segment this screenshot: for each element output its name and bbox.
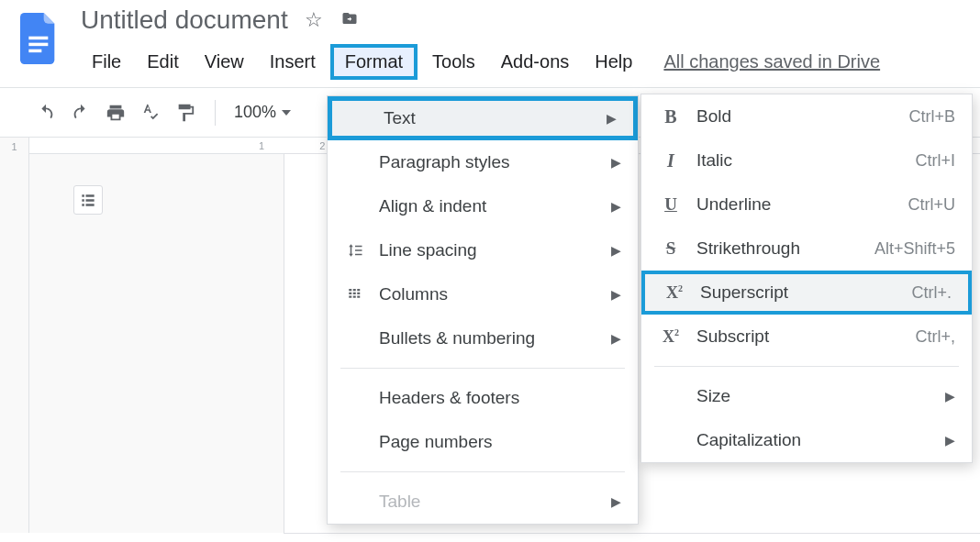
- row-label: Capitalization: [696, 430, 932, 450]
- chevron-right-icon: ▶: [607, 111, 617, 126]
- italic-icon: I: [658, 150, 684, 171]
- row-label: Italic: [696, 150, 902, 171]
- underline-icon: U: [658, 194, 684, 215]
- redo-icon[interactable]: [70, 102, 92, 124]
- shortcut: Alt+Shift+5: [874, 239, 955, 259]
- menu-bar: File Edit View Insert Format Tools Add-o…: [81, 44, 880, 80]
- spellcheck-icon[interactable]: [139, 102, 161, 124]
- zoom-value: 100%: [234, 103, 276, 122]
- format-dropdown: Text ▶ Paragraph styles ▶ Align & indent…: [327, 95, 639, 525]
- chevron-right-icon: ▶: [611, 287, 621, 302]
- menu-insert[interactable]: Insert: [259, 46, 327, 78]
- save-status[interactable]: All changes saved in Drive: [663, 51, 880, 72]
- text-superscript[interactable]: X2 Superscript Ctrl+.: [641, 271, 972, 315]
- print-icon[interactable]: [105, 102, 127, 124]
- shortcut: Ctrl+.: [911, 283, 952, 303]
- row-label: Strikethrough: [696, 238, 862, 259]
- row-label: Columns: [379, 284, 598, 304]
- row-label: Bold: [696, 106, 896, 127]
- strikethrough-icon: S: [658, 238, 684, 259]
- row-label: Size: [696, 386, 932, 406]
- text-italic[interactable]: I Italic Ctrl+I: [641, 138, 972, 183]
- format-columns[interactable]: Columns ▶: [328, 272, 638, 316]
- chevron-right-icon: ▶: [611, 199, 621, 214]
- hruler-mark: 2: [319, 140, 325, 151]
- undo-icon[interactable]: [35, 102, 57, 124]
- format-bullets-numbering[interactable]: Bullets & numbering ▶: [328, 316, 638, 360]
- text-bold[interactable]: B Bold Ctrl+B: [641, 94, 972, 138]
- row-label: Table: [379, 492, 598, 512]
- chevron-right-icon: ▶: [611, 155, 621, 170]
- menu-separator: [340, 471, 625, 472]
- text-size[interactable]: Size ▶: [641, 374, 972, 418]
- menu-help[interactable]: Help: [584, 46, 643, 78]
- document-outline-button[interactable]: [73, 185, 103, 215]
- menu-addons[interactable]: Add-ons: [490, 46, 581, 78]
- menu-format[interactable]: Format: [330, 44, 418, 80]
- format-line-spacing[interactable]: Line spacing ▶: [328, 228, 638, 272]
- superscript-icon: X2: [662, 283, 687, 303]
- format-page-numbers[interactable]: Page numbers: [328, 420, 638, 464]
- row-label: Headers & footers: [379, 388, 621, 408]
- docs-logo[interactable]: [15, 6, 64, 72]
- text-strikethrough[interactable]: S Strikethrough Alt+Shift+5: [641, 227, 972, 271]
- svg-rect-2: [28, 50, 41, 53]
- format-align-indent[interactable]: Align & indent ▶: [328, 184, 638, 228]
- row-label: Line spacing: [379, 240, 598, 260]
- menu-edit[interactable]: Edit: [136, 46, 189, 78]
- format-paragraph-styles[interactable]: Paragraph styles ▶: [328, 140, 638, 184]
- svg-rect-0: [28, 37, 48, 40]
- format-text[interactable]: Text ▶: [328, 96, 638, 140]
- zoom-selector[interactable]: 100%: [234, 103, 291, 122]
- row-label: Page numbers: [379, 432, 621, 452]
- shortcut: Ctrl+,: [915, 327, 955, 347]
- line-spacing-icon: [344, 242, 366, 259]
- chevron-down-icon: [282, 110, 291, 116]
- format-table: Table ▶: [328, 480, 638, 524]
- bold-icon: B: [658, 106, 684, 127]
- menu-separator: [340, 368, 625, 369]
- row-label: Superscript: [700, 282, 898, 303]
- toolbar-separator: [215, 100, 216, 126]
- chevron-right-icon: ▶: [945, 389, 955, 404]
- chevron-right-icon: ▶: [611, 494, 621, 509]
- move-to-folder-icon[interactable]: [340, 10, 360, 30]
- text-capitalization[interactable]: Capitalization ▶: [641, 418, 972, 462]
- vertical-ruler: 1: [0, 138, 29, 533]
- subscript-icon: X2: [658, 327, 684, 347]
- row-label: Align & indent: [379, 196, 598, 216]
- chevron-right-icon: ▶: [945, 433, 955, 448]
- row-label: Paragraph styles: [379, 152, 598, 172]
- menu-view[interactable]: View: [194, 46, 255, 78]
- format-headers-footers[interactable]: Headers & footers: [328, 376, 638, 420]
- text-subscript[interactable]: X2 Subscript Ctrl+,: [641, 315, 972, 359]
- menu-file[interactable]: File: [81, 46, 132, 78]
- row-label: Subscript: [696, 326, 902, 347]
- row-label: Bullets & numbering: [379, 328, 598, 348]
- row-label: Underline: [696, 194, 895, 215]
- menu-tools[interactable]: Tools: [421, 46, 486, 78]
- menu-separator: [654, 366, 959, 367]
- text-underline[interactable]: U Underline Ctrl+U: [641, 183, 972, 227]
- chevron-right-icon: ▶: [611, 243, 621, 258]
- text-submenu: B Bold Ctrl+B I Italic Ctrl+I U Underlin…: [640, 94, 973, 463]
- shortcut: Ctrl+B: [908, 107, 955, 127]
- format-text-label: Text: [384, 108, 594, 128]
- hruler-mark: 1: [259, 140, 264, 151]
- shortcut: Ctrl+U: [908, 195, 955, 215]
- star-icon[interactable]: ☆: [305, 8, 323, 32]
- shortcut: Ctrl+I: [915, 151, 955, 171]
- doc-title[interactable]: Untitled document: [81, 6, 288, 35]
- chevron-right-icon: ▶: [611, 331, 621, 346]
- vruler-mark: 1: [11, 141, 17, 152]
- columns-icon: [344, 286, 366, 303]
- svg-rect-1: [28, 43, 48, 47]
- paint-format-icon[interactable]: [174, 102, 196, 124]
